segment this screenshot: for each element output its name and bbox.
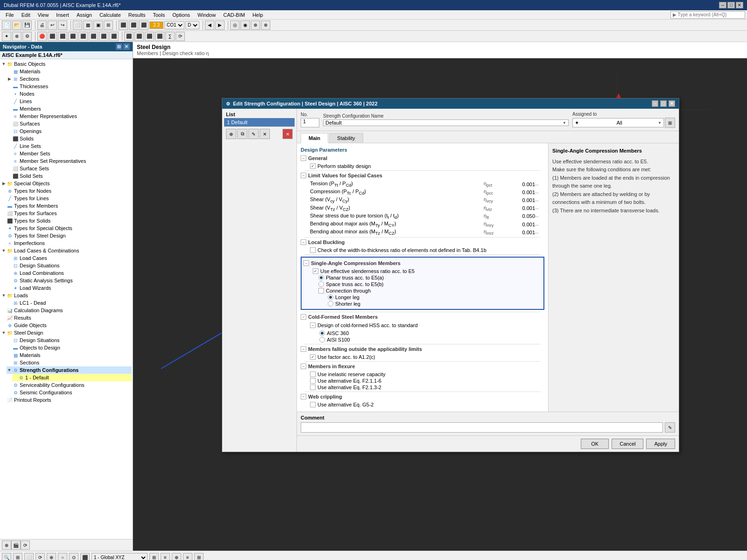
aisi-rb[interactable] xyxy=(319,337,325,343)
cold-formed-expand[interactable]: − xyxy=(301,314,306,320)
inelastic-cb[interactable] xyxy=(310,371,316,377)
list-close-btn[interactable]: ✕ xyxy=(282,129,293,139)
tree-sc-1-default[interactable]: ⚙ 1 - Default xyxy=(12,374,132,381)
new-btn[interactable]: 📄 xyxy=(2,21,11,30)
print-btn[interactable]: 🖨 xyxy=(37,21,47,30)
longer-leg-rb[interactable] xyxy=(328,294,333,300)
status-btn4[interactable]: ⟳ xyxy=(35,553,45,560)
view-btn1[interactable]: ◎ xyxy=(230,21,240,30)
single-angle-expand[interactable]: − xyxy=(303,260,309,266)
t2-btn14[interactable]: ⬛ xyxy=(145,32,154,41)
t2-btn2[interactable]: ⊕ xyxy=(12,32,21,41)
tree-special-objects[interactable]: ▶ 📁 Special Objects xyxy=(1,180,132,187)
status-btn5[interactable]: ⊕ xyxy=(47,553,56,560)
list-rename-btn[interactable]: ✎ xyxy=(248,129,259,139)
tree-imperfections[interactable]: ≈ Imperfections xyxy=(1,239,132,247)
tree-materials[interactable]: ▦ Materials xyxy=(7,68,132,75)
btn9[interactable]: ⬛ xyxy=(139,21,148,30)
tree-types-lines[interactable]: ╱ Types for Lines xyxy=(1,195,132,202)
tree-lc1[interactable]: ⊞ LC1 - Dead xyxy=(7,299,132,307)
search-input[interactable] xyxy=(670,11,745,19)
tree-sd-objects[interactable]: ▬ Objects to Design xyxy=(7,344,132,351)
tree-surface-sets[interactable]: ⬜ Surface Sets xyxy=(7,165,132,172)
tree-design-situations[interactable]: ⊡ Design Situations xyxy=(7,262,132,269)
btn4[interactable]: ▦ xyxy=(83,21,92,30)
t2-btn15[interactable]: ⬛ xyxy=(155,32,164,41)
t2-btn17[interactable]: ⟳ xyxy=(176,32,185,41)
coord-system-select[interactable]: 1 - Global XYZ xyxy=(92,553,148,560)
t2-btn1[interactable]: ✦ xyxy=(2,32,11,41)
nav-close-btn[interactable]: ✕ xyxy=(123,43,130,50)
undo-btn[interactable]: ↩ xyxy=(48,21,57,30)
list-add-btn[interactable]: ⊕ xyxy=(226,129,236,139)
t2-btn8[interactable]: ⬛ xyxy=(78,32,88,41)
tree-sd-materials[interactable]: ▦ Materials xyxy=(7,351,132,359)
connection-through-cb[interactable] xyxy=(318,288,324,294)
t2-btn6[interactable]: ⬛ xyxy=(58,32,67,41)
maximize-btn[interactable]: □ xyxy=(727,2,735,8)
tree-steel-design[interactable]: ▼ 📁 Steel Design xyxy=(1,329,132,336)
tree-member-sets[interactable]: ≡ Member Sets xyxy=(7,150,132,157)
flexure-expand[interactable]: − xyxy=(301,364,306,369)
t2-btn10[interactable]: ⬛ xyxy=(99,32,108,41)
tab-stability[interactable]: Stability xyxy=(329,133,363,143)
menu-assign[interactable]: Assign xyxy=(73,11,96,19)
tree-seismic[interactable]: ⚙ Seismic Configurations xyxy=(7,389,132,396)
tree-types-steel[interactable]: ⚙ Types for Steel Design xyxy=(1,232,132,239)
tree-load-combinations[interactable]: ⊕ Load Combinations xyxy=(7,269,132,277)
status-btn3[interactable]: ⬜ xyxy=(24,553,34,560)
coord-btn5[interactable]: ⊞ xyxy=(194,553,204,560)
alt-f211-cb[interactable] xyxy=(310,378,316,384)
tree-loads[interactable]: ▼ 📁 Loads xyxy=(1,292,132,299)
status-btn6[interactable]: ○ xyxy=(58,553,67,560)
design-select[interactable]: D xyxy=(185,21,199,29)
tree-results[interactable]: 📈 Results xyxy=(1,314,132,322)
width-thickness-cb[interactable] xyxy=(310,247,316,253)
tree-solids[interactable]: ⬛ Solids xyxy=(7,135,132,142)
t2-btn5[interactable]: ⬛ xyxy=(48,32,57,41)
menu-cad-bim[interactable]: CAD-BIM xyxy=(219,11,248,19)
web-crippling-expand[interactable]: − xyxy=(301,394,306,399)
t2-btn7[interactable]: ⬛ xyxy=(68,32,78,41)
use-factor-cb[interactable]: ✓ xyxy=(310,354,316,360)
alt-f213-cb[interactable] xyxy=(310,385,316,390)
tree-types-special[interactable]: ✦ Types for Special Objects xyxy=(1,224,132,232)
hss-expand[interactable]: − xyxy=(310,322,316,328)
tree-surfaces[interactable]: ⬜ Surfaces xyxy=(7,120,132,127)
assigned-dropdown[interactable]: ✦ All ▼ xyxy=(572,118,664,127)
nav-btn3[interactable]: ⟳ xyxy=(21,540,30,550)
coord-btn2[interactable]: ≡ xyxy=(161,553,170,560)
menu-view[interactable]: View xyxy=(34,11,53,19)
tree-openings[interactable]: ⊡ Openings xyxy=(7,127,132,135)
tree-lines[interactable]: ╱ Lines xyxy=(7,98,132,105)
space-truss-rb[interactable] xyxy=(318,281,324,287)
tree-types-members[interactable]: ▬ Types for Members xyxy=(1,202,132,210)
limit-values-expand[interactable]: − xyxy=(301,173,306,178)
close-btn[interactable]: ✕ xyxy=(736,2,743,8)
tree-thicknesses[interactable]: ▬ Thicknesses xyxy=(7,83,132,90)
t2-btn11[interactable]: ⬛ xyxy=(109,32,119,41)
tree-strength-configs[interactable]: ▼ ⚙ Strength Configurations xyxy=(7,366,132,374)
nav-next[interactable]: ▶ xyxy=(215,21,225,30)
tree-load-wizards[interactable]: ✦ Load Wizards xyxy=(7,284,132,292)
list-delete-btn[interactable]: ✕ xyxy=(260,129,270,139)
coord-btn1[interactable]: ⊞ xyxy=(149,553,159,560)
dialog-minimize[interactable]: ─ xyxy=(652,100,658,107)
view-btn3[interactable]: ⊕ xyxy=(251,21,260,30)
apply-button[interactable]: Apply xyxy=(646,439,675,449)
menu-window[interactable]: Window xyxy=(194,11,219,19)
assigned-edit-btn[interactable]: ⊞ xyxy=(665,118,675,128)
open-btn[interactable]: 📂 xyxy=(12,21,21,30)
minimize-btn[interactable]: ─ xyxy=(719,2,726,8)
tree-line-sets[interactable]: ╱ Line Sets xyxy=(7,142,132,150)
aisc360-rb[interactable] xyxy=(319,330,325,336)
redo-btn[interactable]: ↪ xyxy=(58,21,67,30)
nav-btn1[interactable]: ⊕ xyxy=(2,540,11,550)
nav-btn2[interactable]: 🎬 xyxy=(11,540,21,550)
status-btn8[interactable]: ⬛ xyxy=(80,553,90,560)
dialog-close[interactable]: ✕ xyxy=(669,100,675,107)
menu-help[interactable]: Help xyxy=(249,11,267,19)
tree-nodes[interactable]: • Nodes xyxy=(7,90,132,98)
perform-stability-cb[interactable]: ✓ xyxy=(310,163,316,169)
general-expand[interactable]: − xyxy=(301,155,306,161)
